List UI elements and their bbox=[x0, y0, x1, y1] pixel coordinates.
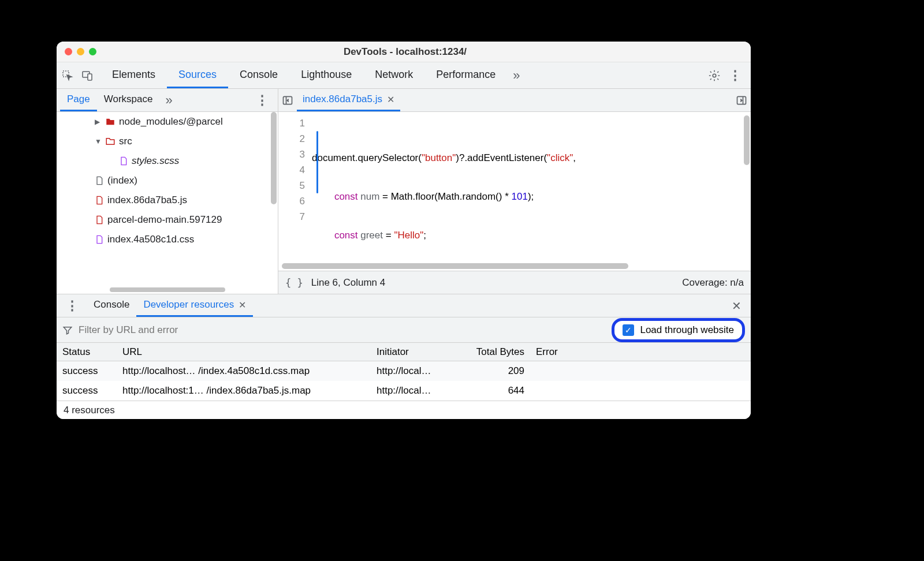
navigator-menu-icon[interactable]: ⋮ bbox=[250, 93, 274, 108]
tree-folder-node-modules[interactable]: ▶ node_modules/@parcel bbox=[57, 112, 278, 132]
sources-content: Page Workspace » ⋮ ▶ node_modules/@parce… bbox=[57, 89, 751, 294]
tab-sources[interactable]: Sources bbox=[167, 63, 228, 88]
tree-hscrollbar[interactable] bbox=[57, 286, 278, 294]
folder-icon bbox=[105, 117, 116, 127]
col-error[interactable]: Error bbox=[530, 346, 751, 358]
file-icon bbox=[95, 175, 104, 186]
navigator-tabs: Page Workspace » ⋮ bbox=[57, 89, 278, 112]
tree-label: parcel-demo-main.597129 bbox=[107, 214, 222, 226]
file-icon bbox=[95, 195, 104, 205]
col-url[interactable]: URL bbox=[117, 346, 371, 358]
toggle-debugger-icon[interactable] bbox=[732, 95, 751, 106]
tree-label: (index) bbox=[107, 175, 137, 186]
folder-icon bbox=[105, 136, 116, 147]
file-tree: ▶ node_modules/@parcel ▼ src bbox=[57, 112, 278, 286]
tab-console[interactable]: Console bbox=[228, 63, 289, 88]
tab-workspace[interactable]: Workspace bbox=[97, 89, 160, 111]
col-initiator[interactable]: Initiator bbox=[371, 346, 452, 358]
drawer-menu-icon[interactable]: ⋮ bbox=[60, 298, 84, 313]
filter-icon bbox=[62, 325, 73, 335]
kebab-menu-icon[interactable]: ⋮ bbox=[729, 69, 742, 82]
table-row[interactable]: success http://localhost… /index.4a508c1… bbox=[57, 361, 751, 381]
close-icon[interactable]: ✕ bbox=[387, 94, 394, 105]
code-content[interactable]: document.querySelector("button")?.addEve… bbox=[312, 112, 751, 261]
tab-elements[interactable]: Elements bbox=[100, 63, 167, 88]
drawer-tabs: ⋮ Console Developer resources ✕ ✕ bbox=[57, 294, 751, 317]
inspect-element-icon[interactable] bbox=[61, 69, 74, 82]
devtools-window: DevTools - localhost:1234/ Elements Sour… bbox=[57, 42, 751, 419]
table-row[interactable]: success http://localhost:1… /index.86da7… bbox=[57, 381, 751, 401]
tree-file-index[interactable]: (index) bbox=[57, 171, 278, 190]
drawer-close-icon[interactable]: ✕ bbox=[726, 299, 747, 313]
line-gutter: 1234567 bbox=[278, 112, 312, 261]
svg-point-3 bbox=[713, 74, 716, 77]
tree-file-styles[interactable]: styles.scss bbox=[57, 151, 278, 171]
drawer-tab-console[interactable]: Console bbox=[87, 294, 136, 317]
resources-filter-row: ✓ Load through website bbox=[57, 317, 751, 343]
navigator-more-tabs[interactable]: » bbox=[159, 93, 178, 108]
file-icon bbox=[119, 156, 128, 166]
titlebar: DevTools - localhost:1234/ bbox=[57, 42, 751, 62]
caret-down-icon: ▼ bbox=[95, 137, 102, 145]
editor-tab-index-js[interactable]: index.86da7ba5.js ✕ bbox=[297, 89, 400, 111]
tree-file-js[interactable]: index.86da7ba5.js bbox=[57, 190, 278, 210]
tree-label: styles.scss bbox=[132, 155, 179, 167]
editor-tabs: index.86da7ba5.js ✕ bbox=[278, 89, 751, 112]
tab-performance[interactable]: Performance bbox=[424, 63, 507, 88]
checkbox-checked-icon[interactable]: ✓ bbox=[623, 324, 634, 336]
close-icon[interactable]: ✕ bbox=[239, 300, 246, 311]
tree-label: index.86da7ba5.js bbox=[107, 195, 187, 206]
editor-tab-label: index.86da7ba5.js bbox=[303, 94, 382, 105]
device-toolbar-icon[interactable] bbox=[81, 69, 94, 82]
col-total-bytes[interactable]: Total Bytes bbox=[452, 346, 530, 358]
resources-footer: 4 resources bbox=[57, 401, 751, 419]
caret-right-icon: ▶ bbox=[95, 118, 102, 126]
tree-label: index.4a508c1d.css bbox=[107, 234, 194, 245]
file-icon bbox=[95, 215, 104, 225]
tree-folder-src[interactable]: ▼ src bbox=[57, 132, 278, 151]
resources-table: Status URL Initiator Total Bytes Error s… bbox=[57, 343, 751, 401]
navigator-pane: Page Workspace » ⋮ ▶ node_modules/@parce… bbox=[57, 89, 278, 294]
col-status[interactable]: Status bbox=[57, 346, 117, 358]
cursor-position: Line 6, Column 4 bbox=[311, 277, 386, 289]
more-tabs-button[interactable]: » bbox=[507, 68, 526, 83]
fold-indicator bbox=[316, 131, 318, 193]
settings-icon[interactable] bbox=[708, 69, 721, 82]
resource-count: 4 resources bbox=[64, 405, 115, 416]
main-toolbar: Elements Sources Console Lighthouse Netw… bbox=[57, 62, 751, 89]
drawer-panel: ⋮ Console Developer resources ✕ ✕ ✓ Load… bbox=[57, 294, 751, 419]
tab-lighthouse[interactable]: Lighthouse bbox=[289, 63, 363, 88]
editor-pane: index.86da7ba5.js ✕ 1234567 document.que… bbox=[278, 89, 751, 294]
drawer-tab-developer-resources[interactable]: Developer resources ✕ bbox=[136, 294, 253, 317]
editor-status-bar: { } Line 6, Column 4 Coverage: n/a bbox=[278, 271, 751, 294]
code-editor[interactable]: 1234567 document.querySelector("button")… bbox=[278, 112, 751, 261]
tab-network[interactable]: Network bbox=[363, 63, 424, 88]
coverage-status: Coverage: n/a bbox=[682, 277, 744, 289]
load-through-website-option[interactable]: ✓ Load through website bbox=[612, 318, 745, 342]
toggle-navigator-icon[interactable] bbox=[278, 95, 297, 106]
tree-file-css[interactable]: index.4a508c1d.css bbox=[57, 230, 278, 249]
pretty-print-icon[interactable]: { } bbox=[285, 277, 303, 289]
filter-input[interactable] bbox=[79, 324, 606, 336]
table-header-row: Status URL Initiator Total Bytes Error bbox=[57, 343, 751, 361]
window-title: DevTools - localhost:1234/ bbox=[68, 46, 743, 58]
editor-hscrollbar[interactable] bbox=[278, 261, 751, 271]
svg-rect-2 bbox=[88, 74, 92, 80]
load-through-website-label: Load through website bbox=[640, 324, 734, 336]
file-icon bbox=[95, 234, 104, 245]
tree-label: src bbox=[119, 136, 132, 147]
main-panel-tabs: Elements Sources Console Lighthouse Netw… bbox=[100, 63, 526, 88]
tree-label: node_modules/@parcel bbox=[119, 116, 223, 128]
tab-page[interactable]: Page bbox=[60, 89, 97, 111]
tree-scrollbar[interactable] bbox=[271, 112, 277, 204]
tree-file-parcel[interactable]: parcel-demo-main.597129 bbox=[57, 210, 278, 230]
